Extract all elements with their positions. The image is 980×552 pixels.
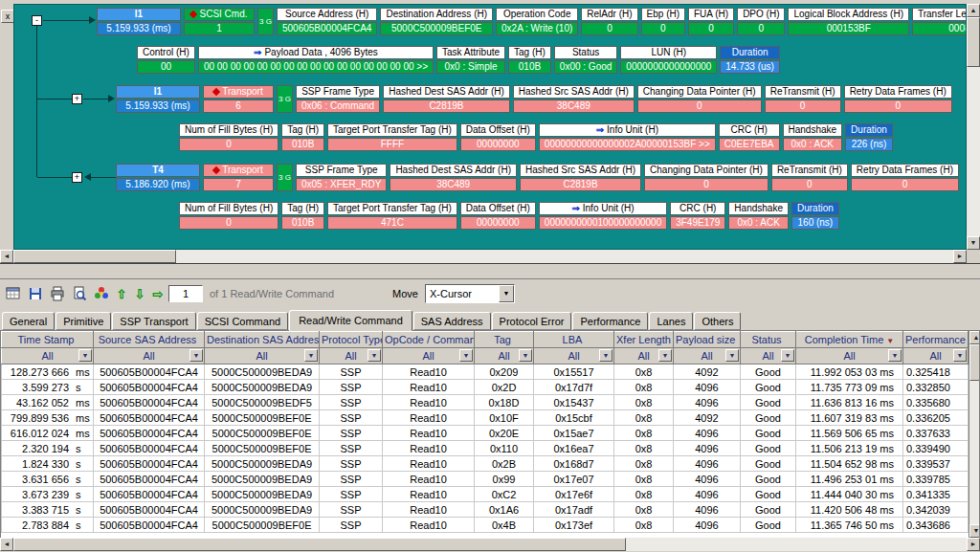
frame-type-block[interactable]: Transport 7 bbox=[203, 164, 274, 191]
field-value[interactable]: 010B bbox=[281, 138, 324, 151]
column-filter[interactable]: All▼ bbox=[2, 348, 94, 364]
field-value[interactable]: 0 bbox=[737, 22, 785, 35]
scroll-up-icon[interactable]: ▲ bbox=[967, 4, 980, 17]
field-value[interactable]: 0 bbox=[641, 22, 685, 35]
frame-id-block[interactable]: I1 5.159.933 (ms) bbox=[116, 85, 200, 113]
field-value[interactable]: C2819B bbox=[520, 178, 641, 191]
column-filter[interactable]: All▼ bbox=[741, 348, 796, 364]
table-row[interactable]: 2.783 884s 500605B00004FCA4 5000C500009B… bbox=[2, 518, 969, 533]
dropdown-arrow-icon[interactable]: ▼ bbox=[888, 349, 902, 362]
field-value[interactable]: 00000000 bbox=[460, 216, 536, 230]
column-header[interactable]: Completion Time▼ bbox=[796, 332, 903, 348]
table-row[interactable]: 2.320 194s 500605B00004FCA4 5000C500009B… bbox=[2, 441, 969, 456]
column-header[interactable]: Tag bbox=[475, 332, 534, 348]
table-row[interactable]: 616.012 024ms 500605B00004FCA4 5000C5000… bbox=[2, 426, 969, 441]
field-value[interactable]: 0 bbox=[771, 178, 848, 191]
frame-type-block[interactable]: SCSI Cmd. 1 bbox=[184, 8, 255, 35]
column-filter[interactable]: All▼ bbox=[475, 348, 534, 364]
tab-read-write-command[interactable]: Read/Write Command bbox=[289, 310, 412, 331]
column-filter[interactable]: All▼ bbox=[205, 348, 320, 364]
table-row[interactable]: 43.162 052ms 500605B00004FCA4 5000C50000… bbox=[2, 395, 969, 410]
field-value[interactable]: 0 bbox=[179, 216, 278, 230]
dropdown-arrow-icon[interactable]: ▼ bbox=[725, 349, 739, 362]
column-header[interactable]: Time Stamp bbox=[2, 332, 94, 348]
dropdown-arrow-icon[interactable]: ▼ bbox=[599, 349, 612, 362]
scroll-down-icon[interactable]: ▼ bbox=[969, 524, 980, 538]
column-filter[interactable]: All▼ bbox=[94, 348, 205, 364]
field-value[interactable]: 38C489 bbox=[513, 99, 635, 113]
dropdown-arrow-icon[interactable]: ▼ bbox=[368, 349, 381, 362]
tab-primitive[interactable]: Primitive bbox=[56, 312, 111, 330]
frame-type-block[interactable]: Transport 6 bbox=[203, 85, 274, 113]
field-value[interactable]: 0 bbox=[765, 99, 841, 113]
table-row[interactable]: 799.899 536ms 500605B00004FCA4 5000C5000… bbox=[2, 410, 969, 426]
field-value[interactable]: 010B bbox=[281, 216, 324, 230]
table-row[interactable]: 3.673 239s 500605B00004FCA4 5000C500009B… bbox=[2, 487, 969, 502]
export-icon[interactable] bbox=[4, 284, 23, 303]
trace-horizontal-scrollbar[interactable]: ◄ ► bbox=[0, 250, 967, 263]
dropdown-arrow-icon[interactable]: ▼ bbox=[78, 349, 92, 362]
panel-splitter[interactable] bbox=[0, 264, 980, 279]
column-filter[interactable]: All▼ bbox=[674, 348, 741, 364]
tab-ssp-transport[interactable]: SSP Transport bbox=[112, 312, 195, 330]
field-value[interactable]: C0EE7EBA bbox=[719, 138, 780, 151]
print-icon[interactable] bbox=[48, 284, 67, 303]
column-header[interactable]: Payload size bbox=[674, 332, 741, 348]
field-value[interactable]: 0x00 : Good bbox=[554, 60, 617, 74]
scroll-thumb[interactable] bbox=[13, 538, 626, 551]
close-pane-button[interactable]: x bbox=[1, 10, 14, 23]
tab-others[interactable]: Others bbox=[694, 312, 741, 330]
table-row[interactable]: 3.631 656s 500605B00004FCA4 5000C500009B… bbox=[2, 472, 969, 487]
tab-general[interactable]: General bbox=[2, 312, 55, 330]
column-header[interactable]: Xfer Length bbox=[614, 332, 674, 348]
field-value[interactable]: 471C bbox=[327, 216, 457, 230]
field-value[interactable]: 00000000000000002A00000153BF >> bbox=[539, 138, 716, 151]
scroll-thumb[interactable] bbox=[13, 250, 176, 263]
scroll-down-icon[interactable]: ▼ bbox=[967, 236, 980, 250]
scroll-thumb[interactable] bbox=[969, 344, 980, 381]
column-header[interactable]: Destination SAS Address bbox=[205, 332, 320, 348]
next-icon[interactable]: ⇩ bbox=[132, 284, 147, 303]
info-unit-expand-icon[interactable]: ⇒ bbox=[571, 203, 579, 213]
dropdown-arrow-icon[interactable]: ▼ bbox=[658, 349, 672, 362]
tab-scsi-command[interactable]: SCSI Command bbox=[197, 312, 288, 330]
scroll-track[interactable] bbox=[967, 17, 980, 236]
column-filter[interactable]: All▼ bbox=[614, 348, 674, 364]
field-value[interactable]: 5000C500009BEF0E bbox=[380, 22, 493, 35]
field-value[interactable]: 0 bbox=[581, 22, 637, 35]
dropdown-arrow-icon[interactable]: ▼ bbox=[304, 349, 318, 362]
column-filter[interactable]: All▼ bbox=[903, 348, 969, 364]
field-value[interactable]: 0000000000000000 bbox=[620, 60, 717, 74]
column-filter[interactable]: All▼ bbox=[383, 348, 475, 364]
tree-expander-transport1[interactable]: + bbox=[72, 94, 82, 104]
page-number-input[interactable] bbox=[168, 285, 203, 302]
scroll-left-icon[interactable]: ◄ bbox=[0, 538, 13, 551]
table-row[interactable]: 1.824 330s 500605B00004FCA4 5000C500009B… bbox=[2, 456, 969, 472]
tab-protocol-error[interactable]: Protocol Error bbox=[492, 312, 572, 330]
tab-performance[interactable]: Performance bbox=[572, 312, 648, 330]
field-value[interactable]: 0008 bbox=[912, 22, 967, 35]
column-filter[interactable]: All▼ bbox=[796, 348, 903, 364]
field-value[interactable]: 0x0 : ACK bbox=[728, 216, 789, 230]
dropdown-arrow-icon[interactable]: ▼ bbox=[781, 349, 794, 362]
table-row[interactable]: 3.599 273s 500605B00004FCA4 5000C500009B… bbox=[2, 380, 969, 395]
field-value[interactable]: 00000000 bbox=[460, 138, 536, 151]
field-value[interactable]: 010B bbox=[508, 60, 551, 74]
table-horizontal-scrollbar[interactable]: ◄ ► bbox=[0, 538, 980, 551]
goto-icon[interactable]: ⇨ bbox=[150, 284, 166, 303]
column-header[interactable]: OpCode / Command bbox=[383, 332, 475, 348]
field-value[interactable]: C2819B bbox=[383, 99, 510, 113]
tab-lanes[interactable]: Lanes bbox=[649, 312, 693, 330]
field-value[interactable]: 38C489 bbox=[390, 178, 517, 191]
column-filter[interactable]: All▼ bbox=[320, 348, 383, 364]
save-icon[interactable] bbox=[26, 284, 45, 303]
field-value[interactable]: 500605B00004FCA4 bbox=[277, 22, 377, 35]
field-value[interactable]: 0x0 : ACK bbox=[783, 138, 843, 151]
print-preview-icon[interactable] bbox=[70, 284, 89, 303]
field-value[interactable]: 0x06 : Command bbox=[296, 99, 380, 113]
column-header[interactable]: Performance▲ bbox=[903, 332, 969, 348]
field-value[interactable]: 0 bbox=[851, 178, 959, 191]
scroll-left-icon[interactable]: ◄ bbox=[0, 250, 13, 263]
column-header[interactable]: LBA bbox=[534, 332, 614, 348]
field-value[interactable]: 0 bbox=[844, 99, 952, 113]
